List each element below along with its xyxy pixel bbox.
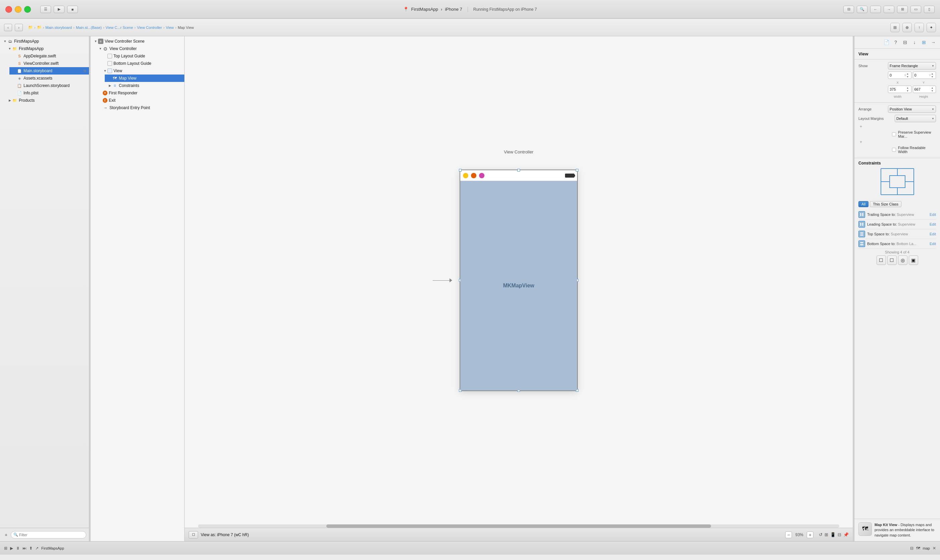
minimize-button[interactable] — [15, 6, 22, 13]
run-button[interactable]: ▶ — [54, 6, 65, 13]
tree-item-products[interactable]: 📁 Products — [5, 97, 89, 104]
connections-inspector-icon[interactable]: → — [929, 38, 937, 46]
file-inspector-icon[interactable]: 📄 — [882, 38, 890, 46]
bc-item-5[interactable]: View C...r Scene — [106, 26, 133, 29]
scene-item-constraints[interactable]: ≡ Constraints — [105, 82, 184, 89]
filter-this-btn[interactable]: This Size Class — [870, 201, 902, 207]
maximize-button[interactable] — [24, 6, 31, 13]
close-status-icon[interactable]: ✕ — [932, 546, 936, 551]
bc-item-6[interactable]: View Controller — [137, 26, 162, 29]
filter-input[interactable] — [11, 531, 86, 538]
tree-item-folder[interactable]: 📁 FirstMapsApp — [5, 45, 89, 52]
scene-item-responder[interactable]: R First Responder — [95, 89, 184, 97]
bc-item-1[interactable]: 📁 — [28, 25, 33, 29]
scene-item-bottomlayout[interactable]: Bottom Layout Guide — [100, 60, 184, 67]
refresh-icon[interactable]: ↺ — [819, 532, 823, 537]
resize-tl[interactable] — [459, 169, 462, 172]
scene-item-entrypoint[interactable]: → Storyboard Entry Point — [95, 104, 184, 111]
scene-item-vcscene[interactable]: ≡ View Controller Scene — [91, 38, 184, 45]
tree-item-assets[interactable]: ◈ Assets.xcassets — [9, 75, 89, 82]
size-inspector-icon[interactable]: ⊞ — [920, 38, 928, 46]
sidebar-toggle[interactable]: ☰ — [40, 6, 51, 13]
debug-status-icon[interactable]: ⬆ — [29, 546, 32, 551]
h-stepper[interactable]: ▲ ▼ — [930, 86, 934, 92]
tree-item-appdelegate[interactable]: S AppDelegate.swift — [9, 52, 89, 60]
bc-item-3[interactable]: Main.storyboard — [45, 26, 72, 29]
shape-btn-2[interactable]: ☐ — [887, 255, 897, 265]
canvas-view-btn[interactable]: ☐ — [189, 531, 198, 538]
layout-icon[interactable]: ⊟ — [838, 532, 841, 537]
close-button[interactable] — [5, 6, 12, 13]
scrollbar-thumb[interactable] — [326, 525, 711, 528]
bc-item-8[interactable]: Map View — [178, 26, 194, 29]
help-icon[interactable]: ? — [892, 38, 900, 46]
bc-item-2[interactable]: 📁 — [37, 25, 42, 29]
trailing-edit[interactable]: Edit — [929, 212, 936, 217]
play-status-icon[interactable]: ▶ — [10, 546, 13, 551]
pin-icon[interactable]: 📌 — [843, 532, 849, 537]
resize-tc[interactable] — [517, 169, 520, 172]
h-down[interactable]: ▼ — [930, 89, 934, 92]
w-up[interactable]: ▲ — [906, 86, 910, 89]
scene-item-toplayout[interactable]: Top Layout Guide — [100, 52, 184, 60]
resize-tr[interactable] — [576, 169, 578, 172]
show-select[interactable]: Frame Rectangle ▼ — [888, 62, 936, 69]
phone-icon[interactable]: 📱 — [830, 532, 835, 537]
scene-item-exit[interactable]: E Exit — [95, 97, 184, 104]
pause-status-icon[interactable]: ⏸ — [16, 546, 20, 551]
tree-item-project[interactable]: 🗂 FirstMapsApp — [0, 38, 89, 45]
step-status-icon[interactable]: ⏭ — [23, 546, 26, 551]
extra-btn[interactable]: ✦ — [926, 23, 936, 32]
forward-btn[interactable]: → — [884, 6, 894, 13]
bc-item-4[interactable]: Main.st...(Base) — [76, 26, 102, 29]
layout-btn1[interactable]: ⊞ — [897, 6, 908, 13]
layout-status-icon[interactable]: ⊟ — [910, 546, 914, 551]
zoom-in-btn[interactable]: + — [807, 531, 814, 538]
scene-item-view[interactable]: View — [100, 67, 184, 75]
nav-back[interactable]: ‹ — [4, 24, 12, 31]
tree-item-plist[interactable]: 📄 Info.plist — [9, 89, 89, 97]
zoom-out-btn[interactable]: − — [785, 531, 792, 538]
bottom-edit[interactable]: Edit — [929, 242, 936, 246]
send-status-icon[interactable]: ↗ — [35, 546, 38, 551]
split-view-btn[interactable]: ⊟ — [843, 6, 854, 13]
nav-forward[interactable]: › — [15, 24, 23, 31]
tree-item-mainstoryboard[interactable]: 📋 Main.storyboard M — [9, 67, 89, 75]
leading-edit[interactable]: Edit — [929, 222, 936, 226]
shape-btn-3[interactable]: ◎ — [898, 255, 908, 265]
h-up[interactable]: ▲ — [930, 86, 934, 89]
scrollbar-track[interactable] — [198, 525, 839, 528]
identity-inspector-icon[interactable]: ⊟ — [901, 38, 909, 46]
top-edit[interactable]: Edit — [929, 232, 936, 236]
w-stepper[interactable]: ▲ ▼ — [906, 86, 910, 92]
layout-btn3[interactable]: ▯ — [924, 6, 935, 13]
shape-btn-4[interactable]: ▣ — [909, 255, 918, 265]
tree-item-launchscreen[interactable]: 📋 LaunchScreen.storyboard — [9, 82, 89, 89]
add-file-btn[interactable]: + — [3, 531, 9, 538]
search-btn[interactable]: 🔍 — [857, 6, 868, 13]
layout-margins-select[interactable]: Default ▼ — [895, 115, 936, 122]
scene-item-mapview[interactable]: 🗺 Map View — [105, 75, 184, 82]
readable-checkbox[interactable] — [892, 148, 896, 152]
arrange-select[interactable]: Position View ▼ — [888, 105, 936, 113]
tree-item-viewcontroller[interactable]: S ViewController.swift — [9, 60, 89, 67]
scene-item-vc[interactable]: ⊙ View Controller — [95, 45, 184, 52]
grid-icon[interactable]: ⊞ — [825, 532, 828, 537]
object-btn[interactable]: ⊕ — [902, 23, 912, 32]
back-btn[interactable]: ← — [870, 6, 881, 13]
width-field[interactable]: 375 ▲ ▼ — [888, 86, 911, 93]
w-down[interactable]: ▼ — [906, 89, 910, 92]
inspector-btn[interactable]: ⊞ — [890, 23, 900, 32]
filter-all-btn[interactable]: All — [858, 201, 869, 207]
canvas-scroll[interactable]: View Controller — [185, 36, 853, 525]
attr-inspector-icon[interactable]: ↓ — [911, 38, 918, 46]
shape-btn-1[interactable]: ☐ — [877, 255, 886, 265]
bc-item-7[interactable]: View — [166, 26, 174, 29]
stop-button[interactable]: ■ — [67, 6, 78, 13]
y-field[interactable]: 0 Y ▲ ▼ — [913, 72, 936, 79]
preserve-checkbox[interactable] — [892, 132, 896, 136]
share-btn[interactable]: ↑ — [914, 23, 924, 32]
layout-btn2[interactable]: ▭ — [911, 6, 921, 13]
x-field[interactable]: 0 X ▲ ▼ — [888, 72, 911, 79]
grid-status-icon[interactable]: ⊞ — [4, 546, 8, 551]
